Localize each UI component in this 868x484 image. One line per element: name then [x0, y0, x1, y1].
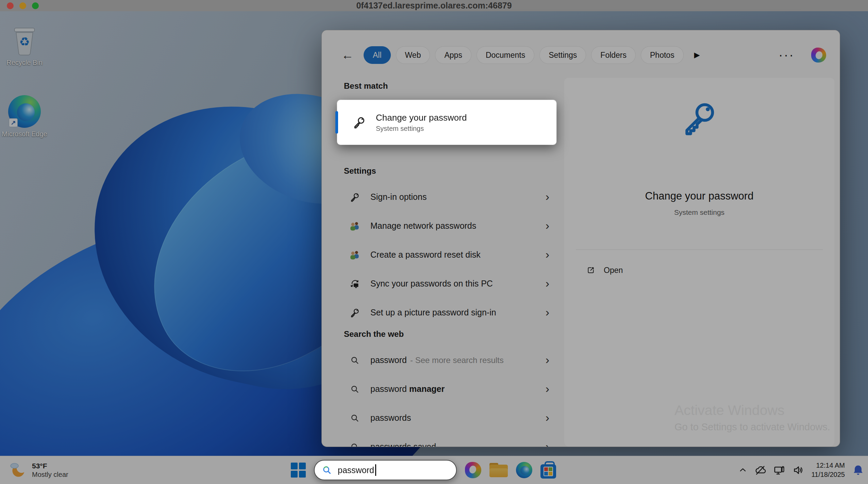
chevron-right-icon: ›: [546, 440, 549, 447]
taskbar-clock[interactable]: 12:14 AM 11/18/2025: [811, 461, 845, 479]
clock-time: 12:14 AM: [811, 461, 845, 470]
chevron-right-icon: ›: [546, 354, 549, 367]
tab-web[interactable]: Web: [396, 46, 430, 64]
result-create-password-reset-disk[interactable]: Create a password reset disk ›: [337, 240, 558, 269]
open-label: Open: [604, 266, 623, 275]
result-sign-in-options[interactable]: Sign-in options ›: [337, 183, 558, 211]
preview-divider: [576, 249, 823, 250]
watermark-line2: Go to Settings to activate Windows.: [674, 421, 830, 433]
more-tabs-icon[interactable]: ▶: [694, 51, 700, 59]
remote-session-title: 0f4137ed.laresprime.olares.com:46879: [0, 1, 868, 11]
web-suggestion[interactable]: passwords ›: [337, 403, 558, 432]
chevron-right-icon: ›: [546, 412, 549, 425]
key-icon: [352, 115, 366, 129]
best-match-title: Change your password: [376, 113, 467, 123]
tab-settings[interactable]: Settings: [539, 46, 586, 64]
weather-condition: Mostly clear: [32, 471, 68, 479]
desktop-icon-recycle-bin[interactable]: ♻ Recycle Bin: [0, 24, 50, 67]
copilot-taskbar-icon[interactable]: [465, 462, 481, 478]
result-picture-password[interactable]: Set up a picture password sign-in ›: [337, 298, 558, 327]
speaker-icon[interactable]: [792, 464, 804, 476]
fullscreen-window-button[interactable]: [32, 2, 39, 9]
microsoft-store-icon[interactable]: [540, 464, 556, 479]
search-filter-tabs: ← All Web Apps Documents Settings Folder…: [341, 45, 826, 66]
remote-window-titlebar: 0f4137ed.laresprime.olares.com:46879: [0, 0, 868, 11]
chevron-right-icon: ›: [546, 277, 549, 290]
best-match-result[interactable]: Change your password System settings: [337, 100, 556, 145]
desktop-icon-microsoft-edge[interactable]: ↗ Microsoft Edge: [0, 95, 50, 138]
key-icon-large: [679, 98, 720, 138]
watermark-line1: Activate Windows: [674, 402, 830, 418]
onedrive-offline-icon[interactable]: [754, 464, 766, 476]
start-button[interactable]: [291, 463, 306, 478]
close-window-button[interactable]: [7, 2, 14, 9]
chevron-right-icon: ›: [546, 383, 549, 396]
tab-photos[interactable]: Photos: [641, 46, 684, 64]
search-icon: [350, 442, 360, 447]
minimize-window-button[interactable]: [19, 2, 26, 9]
suggestion-annotation: - See more search results: [410, 356, 504, 365]
tab-folders[interactable]: Folders: [591, 46, 636, 64]
copilot-icon[interactable]: [811, 48, 826, 63]
web-suggestions-list: password - See more search results › pas…: [337, 346, 558, 447]
tab-documents[interactable]: Documents: [477, 46, 534, 64]
result-manage-network-passwords[interactable]: Manage network passwords ›: [337, 211, 558, 240]
chevron-right-icon: ›: [546, 248, 549, 261]
key-icon: [349, 307, 360, 318]
users-icon: [349, 249, 361, 261]
tray-chevron-up-icon[interactable]: [738, 466, 747, 474]
preview-subtitle: System settings: [564, 208, 834, 217]
search-query-text: password: [338, 465, 374, 475]
search-icon: [350, 355, 360, 365]
web-suggestion[interactable]: password - See more search results ›: [337, 346, 558, 375]
search-icon: [321, 465, 332, 476]
chevron-right-icon: ›: [546, 306, 549, 319]
search-icon: [350, 384, 360, 394]
suggestion-text: password: [370, 355, 407, 365]
search-flyout-panel: ← All Web Apps Documents Settings Folder…: [321, 30, 840, 447]
desktop-icon-label: Recycle Bin: [6, 58, 43, 67]
settings-section-header: Settings: [344, 166, 376, 176]
web-suggestion[interactable]: passwords saved ›: [337, 432, 558, 447]
result-label: Set up a picture password sign-in: [370, 308, 496, 317]
svg-text:♻: ♻: [19, 35, 30, 48]
desktop-icon-label: Microsoft Edge: [2, 130, 47, 138]
moon-cloud-icon: [9, 461, 27, 479]
text-cursor: [375, 464, 376, 476]
open-action[interactable]: Open: [580, 260, 629, 281]
web-section-header: Search the web: [344, 329, 404, 339]
selection-accent-bar: [335, 111, 338, 134]
tab-all[interactable]: All: [364, 46, 391, 64]
search-icon: [350, 413, 360, 423]
recycle-bin-icon: ♻: [11, 24, 38, 56]
preview-title: Change your password: [564, 190, 834, 202]
activate-windows-watermark: Activate Windows Go to Settings to activ…: [674, 402, 830, 433]
web-suggestion[interactable]: password manager ›: [337, 375, 558, 403]
result-label: Create a password reset disk: [370, 250, 481, 260]
taskbar-search-input[interactable]: password: [314, 460, 457, 480]
back-icon[interactable]: ←: [341, 49, 354, 61]
more-options-icon[interactable]: ···: [779, 52, 795, 58]
taskbar-weather-widget[interactable]: 53°F Mostly clear: [5, 456, 72, 484]
taskbar: 53°F Mostly clear password 12:14 AM 11/1…: [0, 456, 868, 484]
file-explorer-icon[interactable]: [489, 463, 508, 477]
result-preview-pane: Change your password System settings Ope…: [564, 78, 834, 447]
sync-monitor-icon: [349, 278, 360, 289]
tab-apps[interactable]: Apps: [435, 46, 471, 64]
result-label: Sync your passwords on this PC: [370, 279, 493, 289]
clock-date: 11/18/2025: [811, 470, 845, 479]
key-icon: [349, 192, 360, 203]
external-link-icon: [586, 265, 596, 275]
shortcut-arrow-badge: ↗: [9, 118, 18, 127]
suggestion-text: password: [370, 384, 407, 394]
best-match-subtitle: System settings: [376, 125, 467, 133]
notifications-bell-icon[interactable]: [852, 464, 865, 477]
result-label: Sign-in options: [370, 192, 427, 202]
settings-results-list: Sign-in options › Manage network passwor…: [337, 183, 558, 327]
best-match-header: Best match: [344, 81, 388, 91]
suggestion-text: passwords saved: [370, 442, 436, 447]
chevron-right-icon: ›: [546, 191, 549, 204]
result-sync-passwords[interactable]: Sync your passwords on this PC ›: [337, 269, 558, 298]
edge-taskbar-icon[interactable]: [516, 462, 532, 478]
display-device-icon[interactable]: [773, 464, 785, 476]
